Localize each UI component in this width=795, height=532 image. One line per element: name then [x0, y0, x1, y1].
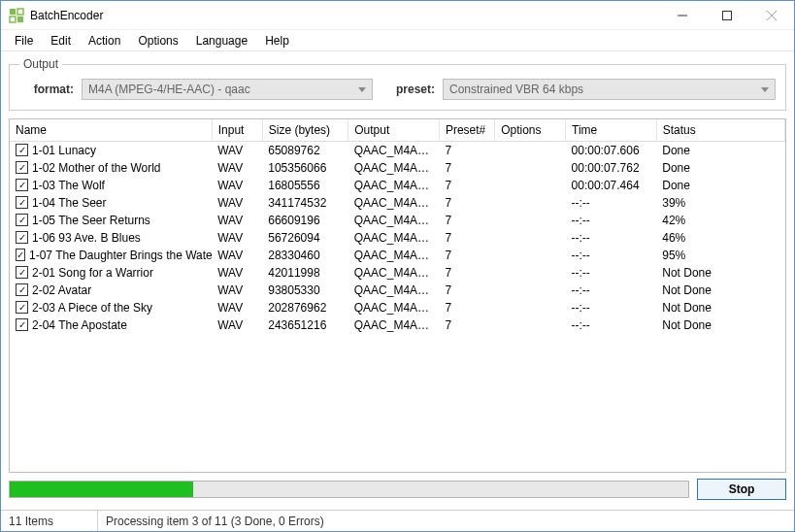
table-row[interactable]: 1-04 The SeerWAV341174532QAAC_M4A_HE7--:… [10, 194, 785, 212]
cell-status: Not Done [656, 264, 784, 282]
cell-output: QAAC_M4A_HE [348, 177, 440, 194]
cell-output: QAAC_M4A_HE [348, 264, 440, 282]
cell-preset: 7 [439, 177, 494, 194]
column-header[interactable]: Options [495, 119, 566, 142]
cell-preset: 7 [439, 212, 494, 229]
minimize-button[interactable] [660, 1, 705, 30]
row-name: 2-02 Avatar [32, 283, 91, 297]
cell-status: 39% [656, 194, 784, 212]
row-name: 2-01 Song for a Warrior [32, 266, 153, 280]
svg-rect-5 [723, 11, 732, 19]
cell-status: 42% [656, 212, 784, 229]
table-row[interactable]: 1-01 LunacyWAV65089762QAAC_M4A_HE700:00:… [10, 142, 785, 159]
menu-file[interactable]: File [7, 32, 41, 50]
table-row[interactable]: 1-06 93 Ave. B BluesWAV56726094QAAC_M4A_… [10, 229, 785, 247]
cell-preset: 7 [439, 299, 494, 316]
cell-preset: 7 [439, 247, 494, 264]
cell-output: QAAC_M4A_HE [348, 212, 440, 229]
menu-options[interactable]: Options [130, 32, 185, 50]
cell-output: QAAC_M4A_HE [348, 159, 440, 177]
column-header[interactable]: Output [348, 119, 440, 142]
column-header[interactable]: Input [212, 119, 262, 142]
cell-size: 243651216 [262, 316, 348, 334]
row-name: 1-06 93 Ave. B Blues [32, 231, 141, 245]
table-row[interactable]: 1-07 The Daughter Brings the WaterWAV283… [10, 247, 785, 264]
cell-options [495, 299, 566, 316]
svg-rect-3 [17, 17, 23, 22]
table-row[interactable]: 1-03 The WolfWAV16805556QAAC_M4A_HE700:0… [10, 177, 785, 194]
row-name: 1-02 Mother of the World [32, 161, 161, 175]
overall-progress [9, 481, 689, 498]
row-checkbox[interactable] [16, 283, 28, 296]
stop-button-label: Stop [729, 482, 755, 496]
table-row[interactable]: 1-02 Mother of the WorldWAV105356066QAAC… [10, 159, 785, 177]
preset-value: Constrained VBR 64 kbps [449, 83, 583, 96]
file-list[interactable]: NameInputSize (bytes)OutputPreset#Option… [9, 118, 786, 473]
chevron-down-icon [358, 87, 366, 92]
format-value: M4A (MPEG-4/HE-AAC) - qaac [88, 83, 250, 96]
cell-time: --:-- [566, 282, 657, 299]
cell-input: WAV [212, 159, 262, 177]
cell-options [495, 159, 566, 177]
cell-input: WAV [212, 264, 262, 282]
row-name: 1-01 Lunacy [32, 144, 96, 157]
cell-preset: 7 [439, 229, 494, 247]
row-checkbox[interactable] [16, 144, 28, 156]
cell-input: WAV [212, 212, 262, 229]
statusbar: 11 Items Processing item 3 of 11 (3 Done… [1, 510, 794, 531]
cell-input: WAV [212, 229, 262, 247]
table-row[interactable]: 1-05 The Seer ReturnsWAV66609196QAAC_M4A… [10, 212, 785, 229]
column-header[interactable]: Time [566, 119, 657, 142]
column-header[interactable]: Preset# [439, 119, 494, 142]
table-row[interactable]: 2-01 Song for a WarriorWAV42011998QAAC_M… [10, 264, 785, 282]
row-checkbox[interactable] [16, 231, 28, 244]
row-checkbox[interactable] [16, 318, 28, 331]
menu-help[interactable]: Help [257, 32, 297, 50]
menu-edit[interactable]: Edit [43, 32, 79, 50]
row-checkbox[interactable] [16, 179, 28, 191]
cell-input: WAV [212, 142, 262, 159]
row-checkbox[interactable] [16, 249, 25, 261]
cell-time: 00:00:07.464 [566, 177, 657, 194]
row-checkbox[interactable] [16, 214, 28, 226]
row-checkbox[interactable] [16, 301, 28, 314]
cell-size: 16805556 [262, 177, 348, 194]
row-checkbox[interactable] [16, 196, 28, 209]
status-items: 11 Items [1, 511, 98, 531]
column-header[interactable]: Name [10, 119, 212, 142]
cell-size: 341174532 [262, 194, 348, 212]
preset-dropdown[interactable]: Constrained VBR 64 kbps [443, 79, 776, 100]
table-row[interactable]: 2-04 The ApostateWAV243651216QAAC_M4A_HE… [10, 316, 785, 334]
close-button[interactable] [749, 1, 794, 30]
table-row[interactable]: 2-03 A Piece of the SkyWAV202876962QAAC_… [10, 299, 785, 316]
status-message: Processing item 3 of 11 (3 Done, 0 Error… [98, 511, 794, 531]
column-header[interactable]: Size (bytes) [262, 119, 348, 142]
row-name: 1-07 The Daughter Brings the Water [29, 249, 212, 262]
cell-output: QAAC_M4A_HE [348, 316, 440, 334]
cell-preset: 7 [439, 159, 494, 177]
svg-rect-1 [17, 9, 23, 15]
menu-action[interactable]: Action [81, 32, 128, 50]
row-checkbox[interactable] [16, 266, 28, 279]
cell-options [495, 247, 566, 264]
row-checkbox[interactable] [16, 161, 28, 174]
column-header[interactable]: Status [656, 119, 784, 142]
cell-output: QAAC_M4A_HE [348, 282, 440, 299]
row-name: 1-03 The Wolf [32, 179, 105, 192]
menu-language[interactable]: Language [188, 32, 255, 50]
cell-preset: 7 [439, 316, 494, 334]
stop-button[interactable]: Stop [697, 479, 786, 500]
table-row[interactable]: 2-02 AvatarWAV93805330QAAC_M4A_HE7--:--N… [10, 282, 785, 299]
bottom-row: Stop [9, 473, 786, 506]
svg-rect-2 [10, 17, 16, 22]
format-label: format: [19, 83, 74, 96]
row-name: 1-04 The Seer [32, 196, 107, 210]
cell-options [495, 194, 566, 212]
maximize-button[interactable] [705, 1, 749, 30]
cell-input: WAV [212, 194, 262, 212]
format-dropdown[interactable]: M4A (MPEG-4/HE-AAC) - qaac [82, 79, 373, 100]
svg-line-6 [767, 11, 777, 20]
cell-input: WAV [212, 177, 262, 194]
cell-time: 00:00:07.762 [566, 159, 657, 177]
cell-options [495, 212, 566, 229]
